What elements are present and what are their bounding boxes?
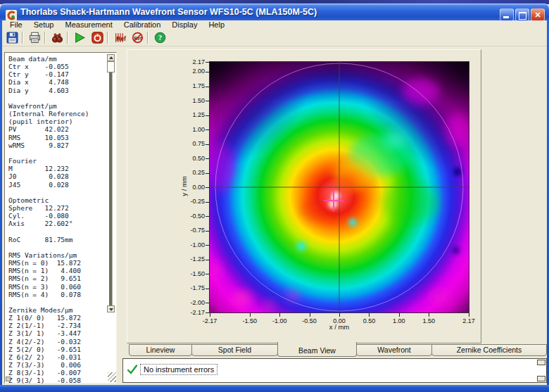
arrow-down-icon [109, 308, 113, 311]
y-tick-mark [206, 303, 209, 303]
reference-off-button[interactable]: Ref [130, 31, 145, 45]
svg-text:?: ? [158, 34, 161, 42]
toolbar-separator [22, 32, 23, 44]
toolbar-separator [44, 32, 45, 44]
x-tick-label: -2.17 [196, 317, 224, 324]
y-tick-label: 0.75 [170, 140, 205, 147]
save-button[interactable] [4, 31, 20, 45]
beam-view-page: y / mm x / mm [127, 49, 481, 343]
window-border-left [0, 20, 2, 385]
toolbar-separator [107, 32, 108, 44]
status-message: No instrument errors [140, 364, 217, 375]
x-tick-label: -0.50 [296, 317, 324, 324]
y-tick-label: 1.00 [170, 126, 205, 133]
y-tick-label: -0.50 [170, 213, 205, 220]
y-tick-mark [206, 260, 209, 260]
menu-item-setup[interactable]: Setup [28, 20, 60, 30]
y-tick-label: 1.75 [170, 82, 205, 89]
y-tick-mark [206, 274, 209, 274]
vertical-scrollbar[interactable] [107, 54, 115, 313]
y-tick-label: 2.00 [170, 68, 205, 75]
toolbar: RefRef? [2, 30, 547, 46]
y-tick-label: 0.50 [170, 155, 205, 162]
beam-intensity-plot[interactable] [209, 61, 469, 313]
x-tick-mark [339, 313, 340, 317]
play-icon [74, 32, 86, 44]
toolbar-separator [147, 32, 148, 44]
menu-item-help[interactable]: Help [203, 20, 230, 30]
y-tick-mark [206, 144, 209, 145]
stop-measurement-button[interactable] [89, 31, 105, 45]
status-scroll-stub-bottom [537, 376, 545, 381]
find-button[interactable] [49, 31, 65, 45]
binoculars-icon [51, 32, 63, 44]
status-box: No instrument errors [122, 358, 547, 383]
y-tick-label: 1.25 [170, 111, 205, 118]
ref-icon: Ref [114, 32, 126, 44]
reference-button[interactable]: Ref [112, 31, 127, 45]
y-tick-label: -1.75 [170, 284, 205, 291]
x-tick-label: 1.00 [385, 317, 413, 324]
x-tick-label: 2.17 [455, 317, 483, 324]
y-tick-mark [206, 231, 209, 232]
menu-item-display[interactable]: Display [166, 20, 203, 30]
y-tick-label: -2.17 [170, 309, 205, 316]
menu-item-file[interactable]: File [4, 20, 28, 30]
x-tick-label: 0.50 [355, 317, 383, 324]
menu-item-calibration[interactable]: Calibration [118, 20, 167, 30]
maximize-icon [519, 12, 526, 20]
title-bar[interactable]: Thorlabs Shack-Hartmann Wavefront Sensor… [0, 4, 549, 20]
check-icon [127, 364, 138, 375]
x-tick-label: 0.00 [325, 317, 353, 324]
y-tick-label: 0.25 [170, 169, 205, 176]
y-tick-label: 1.50 [170, 97, 205, 104]
x-tick-mark [399, 313, 400, 317]
y-tick-mark [206, 62, 209, 63]
scrollbar-track[interactable] [109, 72, 113, 305]
y-tick-mark [206, 72, 209, 72]
arrow-up-icon [109, 56, 113, 59]
start-measurement-button[interactable] [72, 31, 87, 45]
measurement-data-panel[interactable]: Beam data/mm Ctr x -0.055 Ctr y -0.147 D… [4, 52, 117, 384]
x-tick-mark [369, 313, 370, 317]
ref-off-icon: Ref [132, 32, 144, 44]
x-tick-mark [279, 313, 280, 317]
menu-item-measurement[interactable]: Measurement [59, 20, 118, 30]
y-tick-mark [206, 115, 209, 116]
tab-spot-field[interactable]: Spot Field [191, 344, 278, 356]
minimize-icon [503, 16, 509, 18]
floppy-icon [6, 32, 18, 44]
close-icon: ✕ [531, 10, 544, 20]
tab-wavefront[interactable]: Wavefront [356, 344, 432, 356]
scroll-up-button[interactable] [107, 54, 115, 61]
x-tick-mark [429, 313, 429, 317]
tab-zernike-coefficients[interactable]: Zernike Coefficients [431, 344, 547, 356]
y-tick-mark [206, 87, 209, 87]
x-tick-label: 1.50 [415, 317, 443, 324]
tab-beam-view[interactable]: Beam View [277, 342, 357, 357]
resize-grip[interactable] [108, 372, 116, 382]
window-title: Thorlabs Shack-Hartmann Wavefront Sensor… [20, 4, 317, 20]
print-button[interactable] [27, 31, 42, 45]
status-scroll-stub-top [537, 360, 545, 365]
y-tick-label: 0.00 [170, 184, 205, 191]
y-tick-mark [206, 187, 209, 188]
printer-icon [29, 32, 41, 44]
x-tick-mark [310, 313, 310, 317]
measurement-data-text: Beam data/mm Ctr x -0.055 Ctr y -0.147 D… [8, 55, 89, 385]
y-tick-label: 2.17 [170, 58, 205, 65]
x-tick-mark [250, 313, 251, 317]
screen: Thorlabs Shack-Hartmann Wavefront Sensor… [0, 0, 549, 392]
y-tick-label: -1.25 [170, 255, 205, 263]
y-tick-mark [206, 173, 209, 174]
svg-text:Ref: Ref [116, 35, 126, 42]
beam-heatmap [210, 62, 469, 312]
help-button[interactable]: ? [152, 31, 168, 45]
x-tick-label: -1.50 [236, 317, 264, 324]
y-tick-mark [206, 158, 209, 159]
scroll-down-button[interactable] [107, 305, 115, 312]
scrollbar-thumb[interactable] [107, 61, 115, 72]
horizontal-scroll-stub [6, 377, 11, 381]
tab-lineview[interactable]: Lineview [129, 344, 192, 356]
y-tick-mark [206, 312, 209, 313]
